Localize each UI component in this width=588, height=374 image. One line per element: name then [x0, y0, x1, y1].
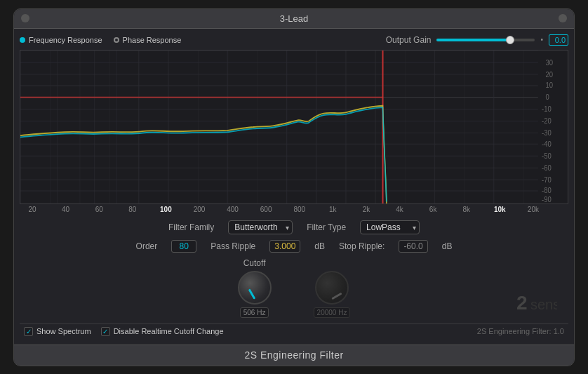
close-button[interactable] — [21, 14, 29, 22]
filter-family-row: Filter Family Butterworth Chebyshev Bess… — [20, 220, 568, 234]
gain-slider-fill — [436, 39, 510, 41]
main-window: 3-Lead Frequency Response Phase Response… — [13, 8, 575, 366]
cutoff-knob-group: Cutoff 506 Hz — [238, 258, 272, 318]
pass-ripple-value[interactable]: 3.000 — [269, 240, 300, 253]
chart-svg: 30 20 10 0 -10 -20 -30 -40 -50 -60 -70 -… — [20, 51, 568, 203]
x-label-200: 200 — [192, 206, 206, 213]
version-info: 2S Engineering Filter: 1.0 — [477, 327, 564, 335]
stop-ripple-value[interactable]: -60.0 — [399, 240, 427, 253]
knob2-label: — — [328, 258, 336, 268]
filter-controls: Filter Family Butterworth Chebyshev Bess… — [20, 215, 568, 255]
svg-text:0: 0 — [545, 93, 549, 101]
x-label-8k: 8k — [460, 206, 474, 213]
phase-dot — [114, 37, 119, 43]
gain-dot: • — [540, 36, 543, 44]
svg-text:20: 20 — [545, 69, 553, 78]
x-label-20k: 20k — [526, 206, 540, 213]
x-label-60: 60 — [92, 206, 106, 213]
disable-realtime-box[interactable] — [101, 327, 110, 336]
freq-legend: Frequency Response — [20, 36, 102, 44]
stop-ripple-label: Stop Ripple: — [339, 241, 385, 251]
disable-realtime-checkbox[interactable]: Disable Realtime Cutoff Change — [101, 327, 224, 336]
show-spectrum-box[interactable] — [24, 327, 33, 336]
logo-svg: 2 sense — [515, 290, 557, 315]
bottom-controls: Show Spectrum Disable Realtime Cutoff Ch… — [20, 323, 568, 339]
titlebar: 3-Lead — [14, 9, 574, 29]
knobs-row: Cutoff 506 Hz — 20000 Hz 2 sense — [20, 255, 568, 321]
gain-value: 0.0 — [549, 34, 568, 46]
cutoff-knob-indicator — [248, 288, 255, 299]
svg-text:-60: -60 — [542, 163, 552, 172]
x-label-80: 80 — [126, 206, 140, 213]
x-label-600: 600 — [259, 206, 273, 213]
order-label: Order — [136, 241, 158, 251]
svg-text:-10: -10 — [542, 105, 552, 113]
stop-ripple-unit: dB — [442, 241, 453, 251]
filter-family-wrapper[interactable]: Butterworth Chebyshev Bessel — [228, 220, 293, 234]
x-label-40: 40 — [59, 206, 73, 213]
filter-type-label: Filter Type — [307, 222, 346, 232]
svg-text:sense: sense — [530, 297, 557, 312]
pass-ripple-label: Pass Ripple — [211, 241, 255, 251]
footer-bar: 2S Engineering Filter — [14, 345, 574, 366]
cutoff-knob[interactable] — [238, 271, 272, 305]
knob2-group: — 20000 Hz — [314, 258, 351, 318]
svg-text:-20: -20 — [542, 116, 552, 125]
logo-area: 2 sense — [515, 290, 557, 318]
svg-text:2: 2 — [516, 292, 528, 314]
filter-family-label: Filter Family — [168, 222, 214, 232]
svg-text:-40: -40 — [542, 140, 552, 148]
minimize-button[interactable] — [559, 14, 567, 22]
filter-family-select[interactable]: Butterworth Chebyshev Bessel — [228, 220, 293, 234]
output-gain-label: Output Gain — [386, 35, 432, 45]
knob2[interactable] — [315, 271, 349, 305]
freq-dot — [20, 37, 25, 43]
gain-slider-thumb[interactable] — [506, 36, 514, 44]
x-label-2k: 2k — [359, 206, 373, 213]
show-spectrum-checkbox[interactable]: Show Spectrum — [24, 327, 91, 336]
x-label-100: 100 — [159, 206, 173, 213]
output-gain-group: Output Gain • 0.0 — [386, 34, 568, 46]
filter-type-wrapper[interactable]: LowPass HighPass BandPass — [360, 220, 420, 234]
order-value[interactable]: 80 — [171, 240, 196, 253]
svg-text:-30: -30 — [542, 128, 552, 137]
svg-text:-90: -90 — [542, 194, 552, 203]
svg-text:-50: -50 — [542, 152, 552, 160]
x-label-20: 20 — [25, 206, 39, 213]
show-spectrum-label: Show Spectrum — [36, 327, 91, 335]
svg-text:-80: -80 — [542, 186, 552, 194]
content-area: Frequency Response Phase Response Output… — [14, 29, 574, 345]
window-title: 3-Lead — [280, 13, 308, 24]
cutoff-label: Cutoff — [243, 258, 266, 268]
disable-realtime-label: Disable Realtime Cutoff Change — [114, 327, 224, 335]
x-label-1k: 1k — [326, 206, 340, 213]
x-label-800: 800 — [293, 206, 307, 213]
svg-text:30: 30 — [545, 58, 553, 66]
x-axis: 20 40 60 80 100 200 400 600 800 1k 2k 4k… — [20, 204, 568, 215]
pass-ripple-unit: dB — [314, 241, 325, 251]
knob2-indicator — [331, 292, 342, 300]
x-label-400: 400 — [226, 206, 240, 213]
top-controls: Frequency Response Phase Response Output… — [20, 34, 568, 46]
gain-slider-track[interactable] — [436, 39, 535, 41]
chart-container: 30 20 10 0 -10 -20 -30 -40 -50 -60 -70 -… — [20, 50, 568, 204]
x-label-6k: 6k — [426, 206, 440, 213]
footer-title: 2S Engineering Filter — [244, 349, 343, 361]
cutoff-value: 506 Hz — [240, 307, 269, 318]
knob2-value: 20000 Hz — [314, 307, 351, 318]
svg-text:-70: -70 — [542, 175, 552, 184]
x-label-10k: 10k — [493, 206, 507, 213]
freq-label: Frequency Response — [29, 36, 102, 44]
filter-order-row: Order 80 Pass Ripple 3.000 dB Stop Rippl… — [20, 240, 568, 253]
x-label-4k: 4k — [393, 206, 407, 213]
phase-label: Phase Response — [123, 36, 182, 44]
svg-text:10: 10 — [545, 81, 553, 89]
phase-legend: Phase Response — [114, 36, 182, 44]
filter-type-select[interactable]: LowPass HighPass BandPass — [360, 220, 420, 234]
